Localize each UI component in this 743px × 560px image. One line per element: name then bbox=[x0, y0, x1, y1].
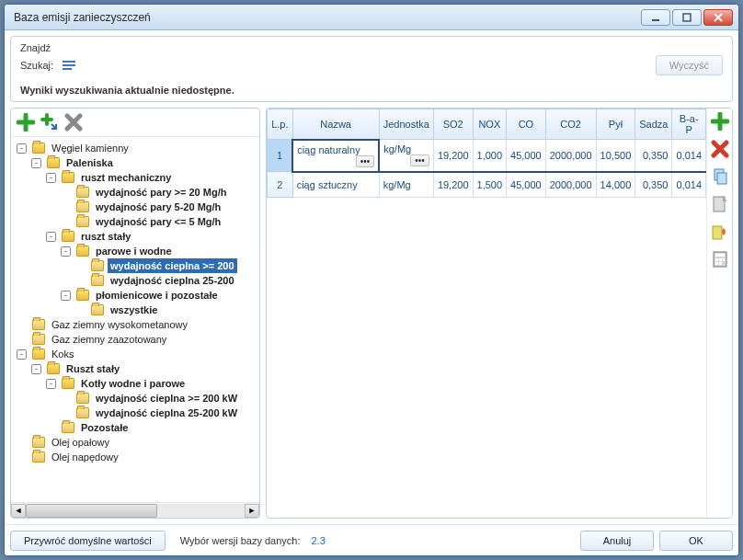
grid-cell[interactable]: 2 bbox=[268, 172, 293, 198]
table-row[interactable]: 2ciąg sztucznykg/Mg19,2001,50045,0002000… bbox=[268, 172, 706, 198]
tree-toggle-icon[interactable]: - bbox=[31, 364, 41, 374]
copy-button[interactable] bbox=[709, 166, 731, 188]
add-child-button[interactable] bbox=[39, 111, 61, 133]
tree-node-label[interactable]: parowe i wodne bbox=[93, 244, 175, 258]
grid-cell[interactable]: ciąg sztuczny bbox=[292, 172, 379, 198]
tree-toggle-icon[interactable]: - bbox=[17, 349, 27, 360]
tree-node-label[interactable]: wydajność cieplna 25-200 kW bbox=[93, 406, 240, 420]
tree-node[interactable]: wydajność pary >= 20 Mg/h bbox=[13, 185, 257, 200]
grid-column-header[interactable]: Pył bbox=[596, 109, 635, 140]
grid-cell[interactable]: 19,200 bbox=[433, 172, 473, 198]
tree-node-label[interactable]: wydajność cieplna 25-200 bbox=[108, 273, 237, 288]
tree-node-label[interactable]: ruszt stały bbox=[78, 229, 133, 244]
tree-toggle-icon[interactable]: - bbox=[17, 143, 27, 154]
tree-node[interactable]: -Paleniska bbox=[13, 155, 257, 170]
tree-node-label[interactable]: ruszt mechaniczny bbox=[78, 170, 174, 185]
grid-column-header[interactable]: CO2 bbox=[545, 109, 596, 140]
delete-row-button[interactable] bbox=[709, 138, 731, 160]
tree-node-label[interactable]: wydajność cieplna >= 200 kW bbox=[93, 391, 240, 406]
grid-cell[interactable]: 1 bbox=[268, 140, 293, 172]
tree-node[interactable]: wydajność pary 5-20 Mg/h bbox=[13, 200, 257, 214]
tree-toggle-icon[interactable]: - bbox=[46, 379, 56, 389]
grid-cell[interactable]: 0,014 bbox=[672, 140, 706, 172]
tree-node[interactable]: Olej opałowy bbox=[13, 435, 257, 450]
maximize-button[interactable] bbox=[672, 9, 702, 26]
emissions-grid[interactable]: L.p.NazwaJednostkaSO2NOXCOCO2PyłSadzaB-a… bbox=[267, 109, 706, 198]
tree-node[interactable]: wydajność pary <= 5 Mg/h bbox=[13, 214, 257, 229]
tree-node[interactable]: Gaz ziemny wysokometanowy bbox=[13, 317, 257, 332]
grid-column-header[interactable]: Jednostka bbox=[379, 109, 433, 140]
grid-cell[interactable]: 0,350 bbox=[635, 172, 672, 198]
cancel-button[interactable]: Anuluj bbox=[580, 531, 654, 551]
tree-node[interactable]: Pozostałe bbox=[13, 420, 257, 435]
grid-cell[interactable]: 0,014 bbox=[672, 172, 706, 198]
grid-cell[interactable]: 10,500 bbox=[596, 140, 635, 172]
tree-node-label[interactable]: Pozostałe bbox=[78, 420, 131, 435]
tree-node-label[interactable]: Olej napędowy bbox=[49, 450, 121, 464]
tree-node-label[interactable]: Gaz ziemny zaazotowany bbox=[49, 332, 169, 347]
search-options-icon[interactable] bbox=[61, 58, 75, 73]
grid-column-header[interactable]: L.p. bbox=[268, 109, 293, 140]
tree-node-label[interactable]: wydajność pary <= 5 Mg/h bbox=[93, 214, 223, 229]
add-node-button[interactable] bbox=[15, 111, 37, 133]
tree-node[interactable]: Gaz ziemny zaazotowany bbox=[13, 332, 257, 347]
tree-node-label[interactable]: Węgiel kamienny bbox=[49, 141, 131, 155]
tree-node-label[interactable]: Paleniska bbox=[63, 155, 116, 170]
cell-ellipsis-button[interactable]: ••• bbox=[356, 155, 375, 167]
grid-column-header[interactable]: CO bbox=[507, 109, 546, 140]
tree-node-label[interactable]: płomienicowe i pozostałe bbox=[93, 288, 221, 303]
grid-cell[interactable]: 19,200 bbox=[433, 140, 473, 172]
tree-node-label[interactable]: Gaz ziemny wysokometanowy bbox=[49, 317, 190, 332]
grid-cell[interactable]: 0,350 bbox=[635, 140, 672, 172]
grid-cell[interactable]: 14,000 bbox=[596, 172, 635, 198]
tree-node-label[interactable]: wszystkie bbox=[108, 303, 160, 317]
tree-node[interactable]: -płomienicowe i pozostałe bbox=[13, 288, 257, 303]
grid-cell[interactable]: 45,000 bbox=[507, 172, 546, 198]
grid-column-header[interactable]: SO2 bbox=[433, 109, 473, 140]
paste-button[interactable] bbox=[709, 193, 731, 215]
tree-toggle-icon[interactable]: - bbox=[46, 173, 56, 183]
tree-view[interactable]: -Węgiel kamienny-Paleniska-ruszt mechani… bbox=[11, 137, 259, 502]
tree-toggle-icon[interactable]: - bbox=[31, 158, 41, 168]
tree-node-label[interactable]: wydajność cieplna >= 200 bbox=[108, 258, 237, 273]
grid-cell[interactable]: 45,000 bbox=[507, 140, 546, 172]
clear-search-button[interactable]: Wyczyść bbox=[656, 55, 723, 75]
tree-node[interactable]: -Koks bbox=[13, 347, 257, 361]
tree-h-scrollbar[interactable]: ◄ ► bbox=[11, 502, 259, 518]
tree-node[interactable]: wydajność cieplna >= 200 bbox=[13, 258, 257, 273]
grid-cell[interactable]: 1,500 bbox=[473, 172, 507, 198]
fuel-button[interactable] bbox=[709, 221, 731, 243]
tree-node-label[interactable]: Ruszt stały bbox=[63, 361, 122, 376]
grid-cell[interactable]: kg/Mg••• bbox=[379, 140, 433, 172]
ok-button[interactable]: OK bbox=[659, 531, 733, 551]
tree-node[interactable]: Olej napędowy bbox=[13, 450, 257, 464]
minimize-button[interactable] bbox=[641, 9, 670, 26]
tree-node[interactable]: -ruszt mechaniczny bbox=[13, 170, 257, 185]
tree-node[interactable]: wszystkie bbox=[13, 303, 257, 317]
grid-column-header[interactable]: Sadza bbox=[635, 109, 672, 140]
db-version-value[interactable]: 2.3 bbox=[312, 535, 326, 546]
tree-node[interactable]: wydajność cieplna 25-200 kW bbox=[13, 406, 257, 420]
tree-node-label[interactable]: Olej opałowy bbox=[49, 435, 112, 450]
tree-node[interactable]: wydajność cieplna >= 200 kW bbox=[13, 391, 257, 406]
tree-node-label[interactable]: wydajność pary 5-20 Mg/h bbox=[93, 200, 223, 214]
delete-node-button[interactable] bbox=[63, 111, 85, 133]
add-row-button[interactable] bbox=[709, 110, 731, 132]
cell-ellipsis-button[interactable]: ••• bbox=[410, 154, 429, 166]
close-button[interactable] bbox=[703, 9, 733, 26]
grid-cell[interactable]: kg/Mg bbox=[379, 172, 433, 198]
tree-node[interactable]: -parowe i wodne bbox=[13, 244, 257, 258]
grid-cell[interactable]: 1,000 bbox=[473, 140, 507, 172]
tree-toggle-icon[interactable]: - bbox=[61, 246, 71, 257]
tree-node[interactable]: -Węgiel kamienny bbox=[13, 141, 257, 155]
tree-node[interactable]: wydajność cieplna 25-200 bbox=[13, 273, 257, 288]
grid-cell[interactable]: 2000,000 bbox=[545, 140, 596, 172]
tree-node[interactable]: -Ruszt stały bbox=[13, 361, 257, 376]
grid-column-header[interactable]: Nazwa bbox=[292, 109, 379, 140]
grid-column-header[interactable]: NOX bbox=[473, 109, 507, 140]
calculator-button[interactable] bbox=[709, 248, 731, 270]
grid-cell[interactable]: ciąg naturalny••• bbox=[292, 140, 379, 172]
tree-node-label[interactable]: Kotły wodne i parowe bbox=[78, 376, 188, 391]
tree-toggle-icon[interactable]: - bbox=[61, 291, 71, 301]
tree-node[interactable]: -Kotły wodne i parowe bbox=[13, 376, 257, 391]
